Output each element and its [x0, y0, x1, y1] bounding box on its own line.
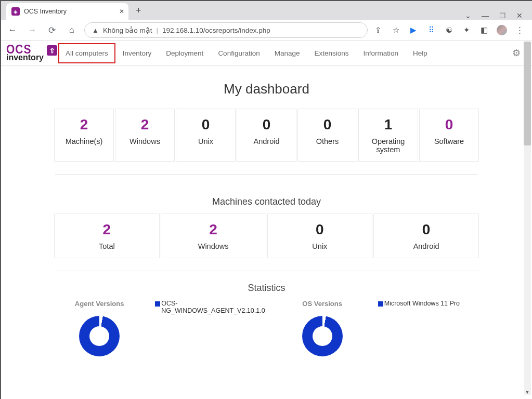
app-header: OCS inventory ⇧ All computers Inventory …	[1, 41, 532, 65]
card-android[interactable]: 0 Android	[237, 109, 296, 162]
translate-icon[interactable]: ⠿	[426, 25, 436, 35]
nav-deployment[interactable]: Deployment	[166, 49, 203, 57]
legend-color-icon	[155, 301, 160, 307]
card-machines[interactable]: 2 Machine(s)	[54, 109, 114, 162]
nav-manage[interactable]: Manage	[275, 49, 300, 57]
address-bar[interactable]: ▲ Không bảo mật | 192.168.1.10/ocsreport…	[84, 22, 368, 38]
stats-title: Statistics	[7, 283, 526, 294]
nav-extensions[interactable]: Extensions	[314, 49, 348, 57]
card-windows[interactable]: 2 Windows	[115, 109, 175, 162]
ocs-logo[interactable]: OCS inventory ⇧	[6, 45, 57, 61]
back-button[interactable]: ←	[5, 25, 20, 35]
page-title: My dashboard	[7, 81, 526, 97]
reload-button[interactable]: ⟳	[45, 25, 59, 36]
scroll-down-icon[interactable]: ▼	[524, 390, 531, 395]
url-text: 192.168.1.10/ocsreports/index.php	[162, 26, 270, 34]
window-maximize-icon[interactable]: ☐	[499, 11, 506, 20]
logo-upload-icon: ⇧	[47, 45, 57, 56]
summary-cards: 2 Machine(s) 2 Windows 0 Unix 0 Android …	[54, 109, 479, 162]
nav-all-computers[interactable]: All computers	[58, 43, 115, 63]
browser-tab-active[interactable]: OCS Inventory ✕	[6, 3, 128, 20]
card-unix[interactable]: 0 Unix	[176, 109, 236, 162]
window-minimize-icon[interactable]: —	[482, 11, 489, 20]
window-dropdown-icon[interactable]: ⌄	[465, 11, 471, 20]
agent-legend-text: OCS-NG_WINDOWS_AGENT_V2.10.1.0	[161, 300, 265, 314]
os-versions-donut-chart[interactable]	[302, 316, 343, 356]
os-versions-label: OS Versions	[267, 300, 378, 308]
settings-gear-icon[interactable]: ⚙	[512, 47, 521, 59]
panel-icon[interactable]: ◧	[479, 25, 489, 35]
tab-title: OCS Inventory	[24, 8, 67, 15]
bookmark-star-icon[interactable]: ☆	[391, 25, 401, 35]
contacted-cards: 2 Total 2 Windows 0 Unix 0 Android	[54, 214, 479, 258]
window-close-icon[interactable]: ✕	[516, 11, 523, 20]
profile-avatar[interactable]	[497, 25, 507, 35]
chrome-menu-icon[interactable]: ⋮	[514, 25, 525, 35]
legend-color-icon	[378, 301, 383, 307]
card-others[interactable]: 0 Others	[297, 109, 357, 162]
card-contacted-android[interactable]: 0 Android	[373, 214, 479, 258]
os-versions-legend: Microsoft Windows 11 Pro	[378, 300, 489, 356]
close-tab-icon[interactable]: ✕	[119, 8, 124, 15]
share-icon[interactable]: ⇪	[373, 25, 383, 35]
card-contacted-unix[interactable]: 0 Unix	[267, 214, 373, 258]
home-button[interactable]: ⌂	[64, 25, 79, 35]
contacted-title: Machines contacted today	[7, 196, 526, 207]
agent-versions-donut-chart[interactable]	[79, 316, 120, 356]
extensions-icon[interactable]: ✦	[461, 25, 472, 35]
divider	[55, 174, 478, 175]
browser-tabstrip: OCS Inventory ✕ + ⌄ — ☐ ✕	[1, 1, 532, 20]
page-content: My dashboard 2 Machine(s) 2 Windows 0 Un…	[1, 65, 532, 379]
not-secure-icon: ▲	[92, 26, 99, 34]
agent-versions-block: Agent Versions	[44, 300, 155, 356]
adblock-icon[interactable]: ☯	[444, 25, 454, 35]
tab-favicon-icon	[11, 7, 20, 16]
card-contacted-windows[interactable]: 2 Windows	[161, 214, 266, 258]
divider-2	[55, 271, 478, 271]
card-software[interactable]: 0 Software	[419, 109, 479, 162]
browser-toolbar: ← → ⟳ ⌂ ▲ Không bảo mật | 192.168.1.10/o…	[1, 20, 532, 41]
card-os[interactable]: 1 Operating system	[358, 109, 418, 162]
statistics-row: Agent Versions OCS-NG_WINDOWS_AGENT_V2.1…	[7, 300, 526, 356]
scrollbar-thumb[interactable]	[524, 42, 531, 145]
agent-versions-label: Agent Versions	[44, 300, 155, 308]
os-legend-text: Microsoft Windows 11 Pro	[384, 300, 460, 307]
forward-button[interactable]: →	[25, 25, 40, 35]
nav-configuration[interactable]: Configuration	[218, 49, 259, 57]
vertical-scrollbar[interactable]: ▲ ▼	[524, 42, 531, 395]
not-secure-label: Không bảo mật	[103, 26, 152, 34]
main-nav: All computers Inventory Deployment Confi…	[66, 49, 427, 57]
card-total[interactable]: 2 Total	[54, 214, 160, 258]
ext-play-icon[interactable]: ▶	[408, 25, 419, 35]
agent-versions-legend: OCS-NG_WINDOWS_AGENT_V2.10.1.0	[155, 300, 266, 356]
nav-inventory[interactable]: Inventory	[123, 49, 152, 57]
nav-help[interactable]: Help	[413, 49, 427, 57]
new-tab-button[interactable]: +	[136, 5, 141, 16]
os-versions-block: OS Versions	[267, 300, 378, 356]
nav-information[interactable]: Information	[364, 49, 399, 57]
